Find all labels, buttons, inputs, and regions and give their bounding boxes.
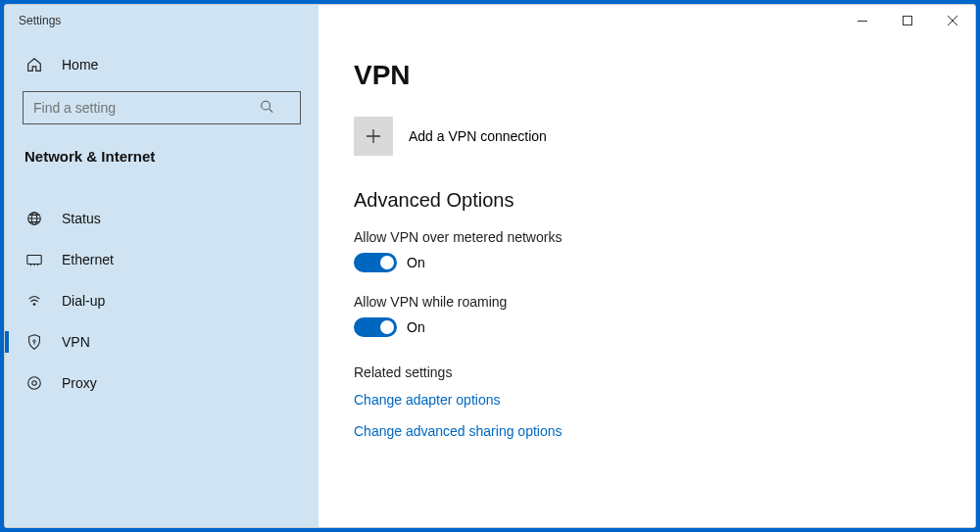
ethernet-icon xyxy=(24,250,44,269)
proxy-icon xyxy=(24,373,44,393)
sidebar-item-label: Home xyxy=(62,57,98,73)
svg-point-6 xyxy=(33,303,36,306)
sidebar-item-label: Ethernet xyxy=(62,252,114,267)
sidebar-item-label: Dial-up xyxy=(62,293,105,309)
sidebar-category: Network & Internet xyxy=(5,140,318,180)
page-title: VPN xyxy=(354,60,940,91)
toggle-roaming[interactable] xyxy=(354,317,397,337)
sidebar-item-status[interactable]: Status xyxy=(5,198,318,239)
dialup-icon xyxy=(24,291,44,311)
add-tile xyxy=(354,117,393,156)
minimize-icon xyxy=(858,21,867,22)
sidebar: Home Network & Internet Status xyxy=(5,36,318,527)
sidebar-item-label: Status xyxy=(62,211,101,226)
toggle-row: On xyxy=(354,317,940,337)
globe-icon xyxy=(24,209,44,228)
svg-rect-1 xyxy=(904,17,912,25)
sidebar-item-ethernet[interactable]: Ethernet xyxy=(5,239,318,280)
add-vpn-row[interactable]: Add a VPN connection xyxy=(354,117,940,156)
window-body: Home Network & Internet Status xyxy=(5,36,975,527)
svg-point-7 xyxy=(33,340,36,343)
toggle-row: On xyxy=(354,253,940,272)
home-icon xyxy=(24,55,44,74)
titlebar: Settings xyxy=(5,5,975,36)
toggle-state: On xyxy=(407,255,425,270)
add-vpn-label: Add a VPN connection xyxy=(409,128,547,144)
svg-rect-5 xyxy=(27,256,41,265)
sidebar-item-label: VPN xyxy=(62,334,90,350)
toggle-metered[interactable] xyxy=(354,253,397,272)
plus-icon xyxy=(366,128,381,144)
setting-metered: Allow VPN over metered networks On xyxy=(354,229,940,272)
sidebar-item-home[interactable]: Home xyxy=(5,44,318,85)
maximize-button[interactable] xyxy=(885,5,930,36)
close-button[interactable] xyxy=(930,5,975,36)
svg-rect-0 xyxy=(858,21,867,22)
sidebar-spacer xyxy=(5,180,318,198)
sidebar-item-dialup[interactable]: Dial-up xyxy=(5,280,318,321)
sidebar-item-vpn[interactable]: VPN xyxy=(5,321,318,363)
close-icon xyxy=(948,16,957,25)
setting-roaming: Allow VPN while roaming On xyxy=(354,294,940,337)
window-title: Settings xyxy=(19,14,61,27)
minimize-button[interactable] xyxy=(840,5,885,36)
shield-icon xyxy=(24,332,44,352)
search-icon xyxy=(260,100,273,117)
sidebar-item-label: Proxy xyxy=(62,375,97,391)
svg-point-8 xyxy=(28,377,41,390)
maximize-icon xyxy=(903,16,912,25)
toggle-state: On xyxy=(407,319,425,335)
window-controls xyxy=(840,5,975,36)
settings-window: Settings Home xyxy=(4,4,976,528)
svg-point-2 xyxy=(262,101,270,110)
related-settings-header: Related settings xyxy=(354,364,940,380)
link-advanced-sharing[interactable]: Change advanced sharing options xyxy=(354,423,940,439)
svg-point-9 xyxy=(32,381,37,386)
setting-label: Allow VPN over metered networks xyxy=(354,229,940,245)
advanced-options-title: Advanced Options xyxy=(354,189,940,212)
setting-label: Allow VPN while roaming xyxy=(354,294,940,310)
sidebar-item-proxy[interactable]: Proxy xyxy=(5,363,318,404)
link-adapter-options[interactable]: Change adapter options xyxy=(354,392,940,408)
main-content: VPN Add a VPN connection Advanced Option… xyxy=(318,36,975,527)
search-wrap xyxy=(23,91,301,124)
